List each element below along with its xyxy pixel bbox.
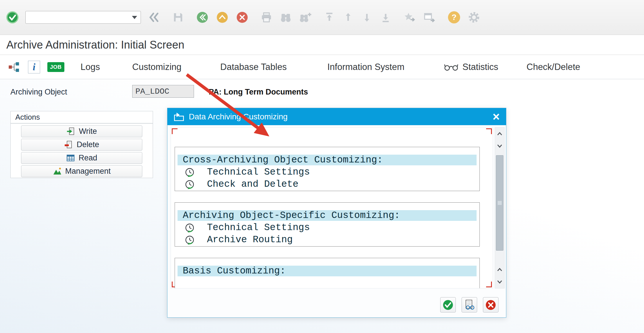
page-up-button[interactable] <box>343 10 354 25</box>
selection-corner-icon <box>486 282 492 287</box>
layout-settings-button[interactable] <box>468 10 480 25</box>
customizing-item[interactable]: Archive Routing <box>185 234 479 245</box>
exit-up-button[interactable] <box>216 10 228 25</box>
group-header: Basis Customizing: <box>178 266 477 276</box>
application-toolbar: i JOB Logs Customizing Database Tables I… <box>0 55 644 79</box>
x-circle-icon <box>485 299 496 311</box>
dialog-title-icon <box>174 112 184 121</box>
binoculars-icon <box>280 12 292 23</box>
back-button[interactable] <box>196 10 208 25</box>
scrollbar-thumb[interactable] <box>496 155 503 251</box>
button-label: Statistics <box>462 62 498 72</box>
management-button[interactable]: Management <box>21 165 142 177</box>
toolbar-button-statistics[interactable]: Statistics <box>444 62 498 72</box>
archiving-object-label: Archiving Object <box>10 88 67 97</box>
delete-button[interactable]: Delete <box>21 139 142 151</box>
dialog-titlebar[interactable]: Data Archiving Customizing × <box>167 108 506 125</box>
command-input[interactable] <box>26 13 128 22</box>
question-glyph: ? <box>451 13 456 22</box>
write-icon <box>66 127 75 136</box>
cancel-dialog-button[interactable] <box>483 297 499 312</box>
info-button[interactable]: i <box>28 61 40 73</box>
item-label: Check and Delete <box>207 179 298 190</box>
gear-icon <box>468 11 480 23</box>
scroll-down-icon[interactable] <box>495 276 504 288</box>
cancel-circle-icon <box>236 11 248 23</box>
command-field[interactable] <box>25 11 141 24</box>
system-toolbar-icons: ? <box>148 10 480 25</box>
help-button[interactable]: ? <box>448 10 460 25</box>
toolbar-button-check-delete[interactable]: Check/Delete <box>527 62 580 72</box>
new-session-button[interactable] <box>423 10 436 25</box>
display-button[interactable] <box>462 297 477 312</box>
management-icon <box>53 167 62 175</box>
job-icon: JOB <box>47 62 64 72</box>
button-label: Write <box>79 127 97 136</box>
print-button[interactable] <box>261 10 272 25</box>
button-label: Database Tables <box>220 62 287 72</box>
dialog-body: Cross-Archiving Object Customizing: Tech… <box>167 125 506 317</box>
save-button[interactable] <box>172 10 184 25</box>
activity-clock-icon <box>185 223 195 233</box>
activity-clock-icon <box>185 235 195 245</box>
new-window-icon <box>423 12 436 23</box>
read-icon <box>66 154 75 162</box>
close-icon[interactable]: × <box>492 111 500 123</box>
enter-check-icon <box>6 11 19 24</box>
read-button[interactable]: Read <box>21 152 142 164</box>
write-button[interactable]: Write <box>21 125 142 137</box>
page-down-button[interactable] <box>361 10 372 25</box>
page-down-icon <box>361 12 372 23</box>
group-header-label: Basis Customizing: <box>183 266 285 276</box>
scroll-up-icon[interactable] <box>495 128 504 140</box>
find-next-button[interactable] <box>299 10 311 25</box>
toolbar-button-database-tables[interactable]: Database Tables <box>220 62 287 72</box>
create-shortcut-button[interactable] <box>404 10 416 25</box>
last-page-icon <box>380 12 391 23</box>
customizing-item[interactable]: Check and Delete <box>185 179 479 190</box>
check-circle-icon <box>442 299 454 311</box>
selection-corner-icon <box>486 128 492 134</box>
button-label: Check/Delete <box>527 62 580 72</box>
item-label: Archive Routing <box>207 234 293 245</box>
delete-icon <box>64 140 73 149</box>
enter-button[interactable] <box>6 11 19 24</box>
continue-button[interactable] <box>440 297 456 312</box>
actions-panel: Actions Write Delete <box>10 111 153 178</box>
scroll-up-icon[interactable] <box>495 264 504 275</box>
button-label: Management <box>65 167 111 176</box>
find-button[interactable] <box>280 10 292 25</box>
printer-icon <box>261 12 272 23</box>
archiving-object-description: PA: Long Term Documents <box>209 88 308 97</box>
customizing-item[interactable]: Technical Settings <box>185 167 479 177</box>
save-icon <box>172 12 184 23</box>
scroll-down-icon[interactable] <box>495 140 504 152</box>
job-overview-button[interactable]: JOB <box>47 62 64 72</box>
binoculars-plus-icon <box>299 12 311 23</box>
first-page-button[interactable] <box>324 10 335 25</box>
back-circle-icon <box>196 11 208 23</box>
group-header-label: Archiving Object-Specific Customizing: <box>183 210 400 221</box>
actions-button-list: Write Delete Read <box>11 123 153 177</box>
group-object-specific: Archiving Object-Specific Customizing: T… <box>175 202 480 247</box>
cancel-button[interactable] <box>236 10 248 25</box>
item-label: Technical Settings <box>207 167 310 177</box>
button-label: Logs <box>81 62 100 72</box>
object-tree-button[interactable] <box>8 62 20 73</box>
toolbar-button-customizing[interactable]: Customizing <box>132 62 182 72</box>
customizing-item[interactable]: Technical Settings <box>185 222 479 233</box>
toolbar-button-information-system[interactable]: Information System <box>327 62 404 72</box>
dialog-scrollbar[interactable] <box>495 127 505 288</box>
page-up-icon <box>343 12 354 23</box>
back-double-button[interactable] <box>148 10 160 25</box>
last-page-button[interactable] <box>380 10 391 25</box>
actions-panel-title: Actions <box>11 111 153 123</box>
display-doc-glasses-icon <box>464 299 475 311</box>
chevron-down-icon[interactable] <box>128 11 141 23</box>
toolbar-button-logs[interactable]: Logs <box>81 62 100 72</box>
group-header: Archiving Object-Specific Customizing: <box>178 210 477 221</box>
group-header: Cross-Archiving Object Customizing: <box>178 155 477 165</box>
hierarchy-icon <box>8 62 20 73</box>
archiving-object-input[interactable] <box>132 85 194 98</box>
group-cross-archiving: Cross-Archiving Object Customizing: Tech… <box>175 147 480 191</box>
